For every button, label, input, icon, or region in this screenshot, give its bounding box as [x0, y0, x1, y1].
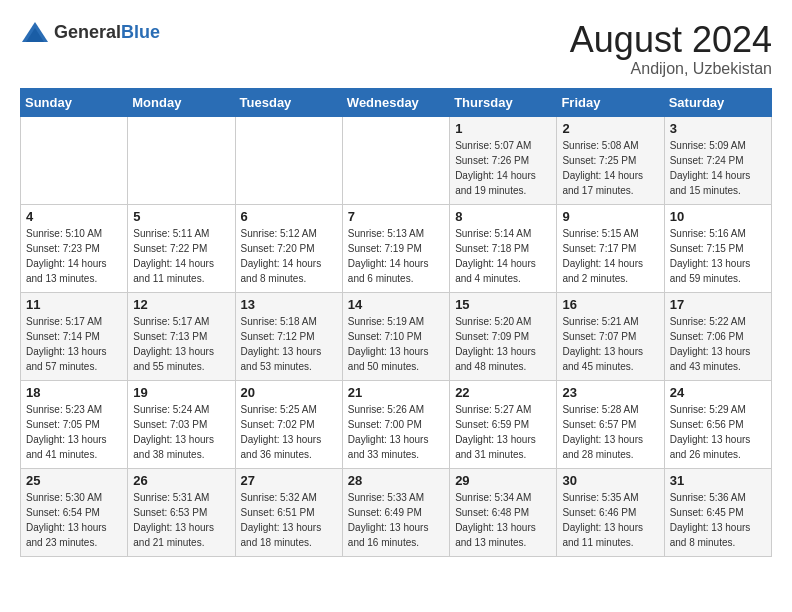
day-cell: 6Sunrise: 5:12 AMSunset: 7:20 PMDaylight… [235, 204, 342, 292]
day-number: 31 [670, 473, 766, 488]
day-info: Sunrise: 5:36 AMSunset: 6:45 PMDaylight:… [670, 490, 766, 550]
day-number: 8 [455, 209, 551, 224]
day-info: Sunrise: 5:17 AMSunset: 7:13 PMDaylight:… [133, 314, 229, 374]
day-cell: 26Sunrise: 5:31 AMSunset: 6:53 PMDayligh… [128, 468, 235, 556]
day-info: Sunrise: 5:28 AMSunset: 6:57 PMDaylight:… [562, 402, 658, 462]
day-cell: 21Sunrise: 5:26 AMSunset: 7:00 PMDayligh… [342, 380, 449, 468]
day-cell: 11Sunrise: 5:17 AMSunset: 7:14 PMDayligh… [21, 292, 128, 380]
col-thursday: Thursday [450, 88, 557, 116]
logo-icon [20, 20, 50, 44]
day-number: 10 [670, 209, 766, 224]
day-number: 30 [562, 473, 658, 488]
day-cell: 20Sunrise: 5:25 AMSunset: 7:02 PMDayligh… [235, 380, 342, 468]
day-number: 18 [26, 385, 122, 400]
day-cell: 15Sunrise: 5:20 AMSunset: 7:09 PMDayligh… [450, 292, 557, 380]
day-info: Sunrise: 5:23 AMSunset: 7:05 PMDaylight:… [26, 402, 122, 462]
day-number: 6 [241, 209, 337, 224]
title-block: August 2024 Andijon, Uzbekistan [570, 20, 772, 78]
col-sunday: Sunday [21, 88, 128, 116]
day-info: Sunrise: 5:31 AMSunset: 6:53 PMDaylight:… [133, 490, 229, 550]
day-cell: 9Sunrise: 5:15 AMSunset: 7:17 PMDaylight… [557, 204, 664, 292]
day-cell: 8Sunrise: 5:14 AMSunset: 7:18 PMDaylight… [450, 204, 557, 292]
week-row-5: 25Sunrise: 5:30 AMSunset: 6:54 PMDayligh… [21, 468, 772, 556]
day-cell: 17Sunrise: 5:22 AMSunset: 7:06 PMDayligh… [664, 292, 771, 380]
day-info: Sunrise: 5:29 AMSunset: 6:56 PMDaylight:… [670, 402, 766, 462]
day-cell: 25Sunrise: 5:30 AMSunset: 6:54 PMDayligh… [21, 468, 128, 556]
day-cell: 18Sunrise: 5:23 AMSunset: 7:05 PMDayligh… [21, 380, 128, 468]
day-cell: 3Sunrise: 5:09 AMSunset: 7:24 PMDaylight… [664, 116, 771, 204]
day-info: Sunrise: 5:10 AMSunset: 7:23 PMDaylight:… [26, 226, 122, 286]
day-info: Sunrise: 5:25 AMSunset: 7:02 PMDaylight:… [241, 402, 337, 462]
day-info: Sunrise: 5:14 AMSunset: 7:18 PMDaylight:… [455, 226, 551, 286]
day-number: 9 [562, 209, 658, 224]
day-info: Sunrise: 5:20 AMSunset: 7:09 PMDaylight:… [455, 314, 551, 374]
month-year: August 2024 [570, 20, 772, 60]
day-info: Sunrise: 5:12 AMSunset: 7:20 PMDaylight:… [241, 226, 337, 286]
day-cell: 22Sunrise: 5:27 AMSunset: 6:59 PMDayligh… [450, 380, 557, 468]
day-cell: 27Sunrise: 5:32 AMSunset: 6:51 PMDayligh… [235, 468, 342, 556]
day-number: 1 [455, 121, 551, 136]
week-row-2: 4Sunrise: 5:10 AMSunset: 7:23 PMDaylight… [21, 204, 772, 292]
logo: GeneralBlue [20, 20, 160, 44]
day-info: Sunrise: 5:13 AMSunset: 7:19 PMDaylight:… [348, 226, 444, 286]
day-number: 27 [241, 473, 337, 488]
day-number: 3 [670, 121, 766, 136]
day-info: Sunrise: 5:30 AMSunset: 6:54 PMDaylight:… [26, 490, 122, 550]
day-info: Sunrise: 5:17 AMSunset: 7:14 PMDaylight:… [26, 314, 122, 374]
day-number: 23 [562, 385, 658, 400]
week-row-1: 1Sunrise: 5:07 AMSunset: 7:26 PMDaylight… [21, 116, 772, 204]
day-number: 5 [133, 209, 229, 224]
logo-blue: Blue [121, 22, 160, 42]
day-number: 16 [562, 297, 658, 312]
day-info: Sunrise: 5:26 AMSunset: 7:00 PMDaylight:… [348, 402, 444, 462]
location: Andijon, Uzbekistan [570, 60, 772, 78]
day-cell: 29Sunrise: 5:34 AMSunset: 6:48 PMDayligh… [450, 468, 557, 556]
day-info: Sunrise: 5:15 AMSunset: 7:17 PMDaylight:… [562, 226, 658, 286]
day-number: 28 [348, 473, 444, 488]
day-cell: 24Sunrise: 5:29 AMSunset: 6:56 PMDayligh… [664, 380, 771, 468]
logo-text: GeneralBlue [54, 22, 160, 43]
day-cell: 5Sunrise: 5:11 AMSunset: 7:22 PMDaylight… [128, 204, 235, 292]
header-row: Sunday Monday Tuesday Wednesday Thursday… [21, 88, 772, 116]
day-info: Sunrise: 5:32 AMSunset: 6:51 PMDaylight:… [241, 490, 337, 550]
day-number: 7 [348, 209, 444, 224]
day-info: Sunrise: 5:11 AMSunset: 7:22 PMDaylight:… [133, 226, 229, 286]
day-info: Sunrise: 5:33 AMSunset: 6:49 PMDaylight:… [348, 490, 444, 550]
week-row-3: 11Sunrise: 5:17 AMSunset: 7:14 PMDayligh… [21, 292, 772, 380]
day-cell: 30Sunrise: 5:35 AMSunset: 6:46 PMDayligh… [557, 468, 664, 556]
col-wednesday: Wednesday [342, 88, 449, 116]
col-saturday: Saturday [664, 88, 771, 116]
day-cell: 23Sunrise: 5:28 AMSunset: 6:57 PMDayligh… [557, 380, 664, 468]
day-info: Sunrise: 5:09 AMSunset: 7:24 PMDaylight:… [670, 138, 766, 198]
day-number: 20 [241, 385, 337, 400]
day-info: Sunrise: 5:18 AMSunset: 7:12 PMDaylight:… [241, 314, 337, 374]
day-number: 24 [670, 385, 766, 400]
day-cell [128, 116, 235, 204]
day-info: Sunrise: 5:24 AMSunset: 7:03 PMDaylight:… [133, 402, 229, 462]
day-info: Sunrise: 5:22 AMSunset: 7:06 PMDaylight:… [670, 314, 766, 374]
day-number: 14 [348, 297, 444, 312]
day-cell: 2Sunrise: 5:08 AMSunset: 7:25 PMDaylight… [557, 116, 664, 204]
day-number: 29 [455, 473, 551, 488]
day-cell: 4Sunrise: 5:10 AMSunset: 7:23 PMDaylight… [21, 204, 128, 292]
day-number: 13 [241, 297, 337, 312]
day-cell: 19Sunrise: 5:24 AMSunset: 7:03 PMDayligh… [128, 380, 235, 468]
day-number: 19 [133, 385, 229, 400]
day-cell: 31Sunrise: 5:36 AMSunset: 6:45 PMDayligh… [664, 468, 771, 556]
day-info: Sunrise: 5:34 AMSunset: 6:48 PMDaylight:… [455, 490, 551, 550]
day-number: 15 [455, 297, 551, 312]
day-info: Sunrise: 5:19 AMSunset: 7:10 PMDaylight:… [348, 314, 444, 374]
day-info: Sunrise: 5:08 AMSunset: 7:25 PMDaylight:… [562, 138, 658, 198]
col-friday: Friday [557, 88, 664, 116]
week-row-4: 18Sunrise: 5:23 AMSunset: 7:05 PMDayligh… [21, 380, 772, 468]
day-cell: 13Sunrise: 5:18 AMSunset: 7:12 PMDayligh… [235, 292, 342, 380]
col-tuesday: Tuesday [235, 88, 342, 116]
day-info: Sunrise: 5:35 AMSunset: 6:46 PMDaylight:… [562, 490, 658, 550]
day-cell: 14Sunrise: 5:19 AMSunset: 7:10 PMDayligh… [342, 292, 449, 380]
day-cell: 28Sunrise: 5:33 AMSunset: 6:49 PMDayligh… [342, 468, 449, 556]
day-number: 22 [455, 385, 551, 400]
calendar-table: Sunday Monday Tuesday Wednesday Thursday… [20, 88, 772, 557]
day-number: 21 [348, 385, 444, 400]
page-header: GeneralBlue August 2024 Andijon, Uzbekis… [20, 20, 772, 78]
day-number: 26 [133, 473, 229, 488]
